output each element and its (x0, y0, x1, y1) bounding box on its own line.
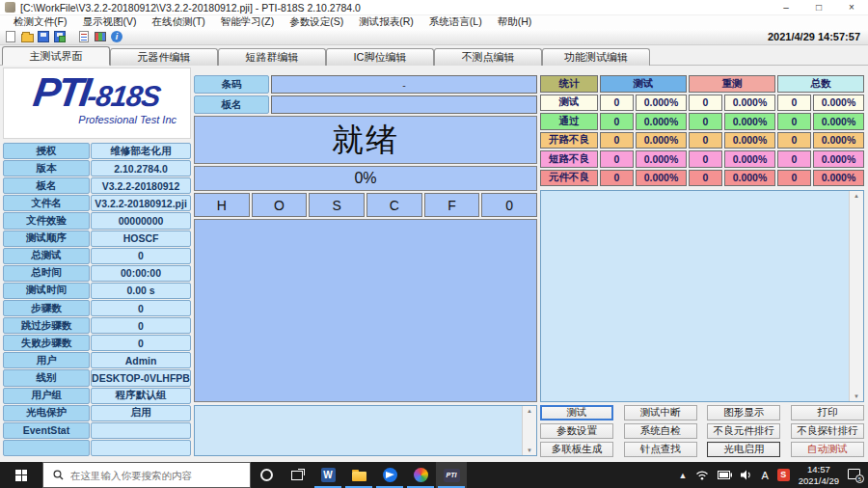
stat-cell: 0 (689, 150, 722, 168)
toolbar: i 2021/4/29 14:57:57 (0, 29, 868, 45)
save-as-icon[interactable] (54, 31, 66, 42)
test-sequence-row: H O S C F 0 (194, 193, 537, 217)
main-content: PTI -818S Professional Test Inc 授权维修部老化用… (0, 66, 868, 462)
menu-item-test-report[interactable]: 测试报表(R) (351, 15, 421, 29)
info-row-blank (3, 440, 191, 456)
menu-item-language[interactable]: 系统语言(L) (421, 15, 490, 29)
maximize-button[interactable]: □ (802, 0, 835, 14)
start-button[interactable] (0, 462, 42, 488)
stat-cell: 0 (689, 132, 722, 149)
taskbar-app-explorer[interactable] (343, 462, 374, 488)
tab-ic-pin-edit[interactable]: IC脚位编辑 (326, 48, 434, 66)
taskbar-app-browser[interactable] (374, 462, 405, 488)
stat-cell: 0 (600, 170, 634, 187)
action-buttons: 测试 测试中断 图形显示 打印 参数设置 系统自检 不良元件排行 不良探针排行 … (540, 405, 864, 460)
info-row-skipped-steps: 跳过步骤数0 (3, 317, 191, 334)
menu-item-help[interactable]: 帮助(H) (490, 15, 540, 29)
stat-cell: 0.000% (636, 170, 687, 187)
menu-item-param-settings[interactable]: 参数设定(S) (282, 15, 351, 29)
auto-test-button[interactable]: 自动测试 (791, 442, 864, 457)
grid-icon[interactable] (95, 32, 106, 41)
stat-cell: 0 (600, 95, 634, 112)
status-panel: 就绪 (194, 116, 537, 164)
scrollbar-vertical[interactable]: ▲▼ (522, 406, 536, 455)
board-name-row: 板名 (194, 95, 537, 114)
ime-icon[interactable]: S (777, 469, 790, 481)
tab-component-edit[interactable]: 元器件编辑 (110, 48, 218, 66)
info-row-file-checksum: 文件效验00000000 (3, 212, 191, 229)
multi-board-generate-button[interactable]: 多联板生成 (540, 442, 613, 457)
stat-cell: 0.000% (636, 132, 687, 149)
bad-probe-ranking-button[interactable]: 不良探针排行 (791, 423, 864, 439)
sequence-cell: O (252, 193, 308, 217)
volume-icon[interactable] (741, 470, 752, 480)
tab-skip-point-edit[interactable]: 不测点编辑 (434, 48, 542, 66)
stat-cell: 0.000% (636, 150, 687, 168)
taskbar-search[interactable] (42, 462, 251, 488)
test-result-area (194, 219, 537, 402)
photoelectric-enable-button[interactable]: 光电启用 (707, 442, 780, 457)
wifi-icon[interactable] (695, 470, 709, 480)
info-icon[interactable]: i (111, 31, 122, 42)
stat-cell: 0.000% (813, 113, 864, 130)
tray-expand-chevron[interactable]: ▲ (678, 471, 687, 480)
bad-component-ranking-button[interactable]: 不良元件排行 (707, 423, 780, 439)
barcode-field[interactable]: - (271, 75, 537, 94)
task-view-button[interactable] (282, 462, 312, 488)
needle-point-search-button[interactable]: 针点查找 (624, 442, 697, 457)
system-selfcheck-button[interactable]: 系统自检 (624, 423, 697, 439)
menu-item-online-detect[interactable]: 在线侦测(T) (144, 15, 212, 29)
graphic-display-button[interactable]: 图形显示 (707, 405, 780, 420)
tab-main-test[interactable]: 主测试界面 (2, 46, 110, 66)
taskbar-app-pti[interactable]: PTI (436, 462, 467, 488)
tab-function-test-edit[interactable]: 功能测试编辑 (542, 48, 650, 66)
report-icon[interactable] (79, 31, 89, 42)
tab-short-group-edit[interactable]: 短路群编辑 (218, 48, 326, 66)
info-row-board-name: 板名V3.2.2-20180912 (3, 177, 191, 194)
stats-row-label-tested: 测试 (540, 95, 598, 112)
toolbar-datetime: 2021/4/29 14:57:57 (768, 31, 860, 42)
new-file-icon[interactable] (6, 31, 15, 42)
menu-bar: 检测文件(F) 显示视图(V) 在线侦测(T) 智能学习(Z) 参数设定(S) … (0, 15, 868, 29)
param-settings-button[interactable]: 参数设置 (540, 423, 613, 439)
close-button[interactable]: × (835, 0, 868, 14)
stat-cell: 0 (689, 95, 722, 112)
minimize-button[interactable]: – (770, 0, 802, 14)
stats-col-header-retest: 重测 (689, 75, 775, 93)
stat-cell: 0.000% (724, 170, 775, 187)
action-center-icon[interactable]: 5 (848, 469, 862, 481)
stats-row-label-passed: 通过 (540, 113, 598, 130)
test-abort-button[interactable]: 测试中断 (624, 405, 697, 420)
print-button[interactable]: 打印 (791, 405, 864, 420)
barcode-row: 条码 - (194, 75, 537, 94)
stat-cell: 0 (777, 150, 811, 168)
barcode-label: 条码 (194, 75, 269, 94)
cortana-button[interactable] (251, 462, 282, 488)
stats-col-header-total: 总数 (777, 75, 864, 93)
taskbar-app-word[interactable]: W (312, 462, 343, 488)
taskbar-app-design[interactable] (405, 462, 436, 488)
input-language-indicator[interactable]: A (761, 470, 768, 481)
battery-icon[interactable] (718, 471, 732, 479)
save-icon[interactable] (38, 31, 49, 42)
info-row-file-name: 文件名V3.2.2-20180912.pji (3, 195, 191, 211)
info-row-total-tests: 总测试0 (3, 248, 191, 264)
sequence-cell: S (309, 193, 365, 217)
search-input[interactable] (70, 470, 234, 481)
open-file-icon[interactable] (21, 34, 34, 42)
board-name-field[interactable] (271, 95, 537, 114)
menu-item-smart-learn[interactable]: 智能学习(Z) (213, 15, 282, 29)
stat-cell: 0.000% (724, 95, 775, 112)
test-button[interactable]: 测试 (540, 405, 613, 420)
browser-icon (383, 468, 397, 482)
info-row-step-count: 步骤数0 (3, 300, 191, 316)
menu-item-file[interactable]: 检测文件(F) (6, 15, 74, 29)
tray-clock[interactable]: 14:57 2021/4/29 (799, 464, 839, 486)
menu-item-view[interactable]: 显示视图(V) (74, 15, 144, 29)
right-pane: 统计 测试 重测 总数 测试 0 0.000% 0 0.000% 0 0.000… (540, 66, 864, 462)
info-row-test-order: 测试顺序HOSCF (3, 230, 191, 247)
info-row-eventstat: EventStat (3, 422, 191, 439)
scrollbar-vertical[interactable]: ▲▼ (849, 191, 863, 401)
logo-subtitle: Professional Test Inc (4, 114, 190, 125)
info-row-user: 用户Admin (3, 352, 191, 368)
